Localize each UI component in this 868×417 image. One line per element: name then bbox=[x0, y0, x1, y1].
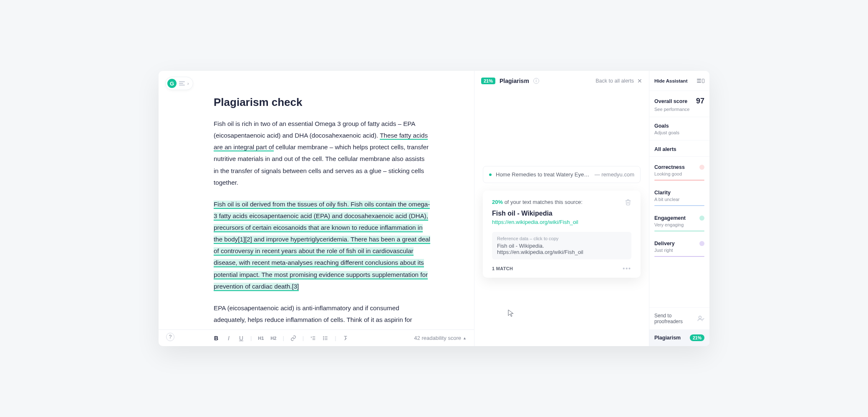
category-correctness[interactable]: Correctness Looking good bbox=[649, 159, 709, 185]
category-engagement[interactable]: Engagement Very engaging bbox=[649, 210, 709, 236]
separator: | bbox=[250, 335, 252, 341]
separator: | bbox=[303, 335, 304, 341]
cursor-icon bbox=[508, 309, 514, 317]
hide-assistant-button[interactable]: Hide Assistant bbox=[649, 71, 709, 91]
trash-icon bbox=[625, 199, 631, 206]
match-count: 1 MATCH bbox=[492, 266, 513, 271]
back-label: Back to all alerts bbox=[595, 78, 634, 84]
link-icon bbox=[290, 335, 296, 341]
svg-point-9 bbox=[699, 316, 701, 319]
reference-text: Fish oil - Wikipedia. https://en.wikiped… bbox=[497, 243, 626, 255]
match-percent-line: 20% of your text matches this source: bbox=[492, 199, 583, 205]
check-icon bbox=[699, 241, 704, 246]
collapse-panel-icon bbox=[697, 79, 704, 83]
check-icon bbox=[699, 165, 704, 170]
document-text: Fish oil is rich in two of an essential … bbox=[214, 118, 431, 326]
bold-button[interactable]: B bbox=[213, 335, 220, 342]
match-percent: 20% bbox=[492, 199, 503, 205]
alerts-header: 21% Plagiarism i Back to all alerts ✕ bbox=[474, 71, 649, 91]
plagiarism-percent-badge: 21% bbox=[481, 78, 495, 84]
grammarly-logo-icon: G bbox=[167, 79, 177, 88]
reference-label: Reference data – click to copy bbox=[497, 236, 626, 241]
hide-assistant-label: Hide Assistant bbox=[654, 78, 687, 83]
chevron-right-icon: › bbox=[187, 81, 189, 86]
bullet-list-button[interactable] bbox=[322, 335, 329, 341]
proofreader-icon bbox=[697, 315, 704, 322]
source-dot-icon bbox=[489, 173, 492, 176]
goals-label: Goals bbox=[654, 123, 704, 129]
engagement-sub: Very engaging bbox=[654, 222, 704, 227]
svg-point-8 bbox=[323, 339, 324, 339]
delete-match-button[interactable] bbox=[625, 199, 631, 206]
plagiarism-nav-label: Plagiarism bbox=[654, 335, 681, 341]
separator: | bbox=[335, 335, 336, 341]
overall-score-sub: See performance bbox=[654, 107, 704, 112]
svg-point-7 bbox=[323, 338, 324, 338]
source-item[interactable]: Home Remedies to treat Watery Eyes - R… … bbox=[483, 166, 641, 183]
h1-button[interactable]: H1 bbox=[257, 336, 264, 341]
match-source-url[interactable]: https://en.wikipedia.org/wiki/Fish_oil bbox=[492, 219, 631, 225]
check-icon bbox=[699, 216, 704, 221]
plagiarism-nav-badge: 21% bbox=[690, 334, 704, 341]
help-button[interactable]: ? bbox=[166, 333, 174, 341]
app-menu-button[interactable]: G › bbox=[165, 77, 193, 90]
para2-highlight[interactable]: Fish oil is oil derived from the tissues… bbox=[214, 201, 430, 291]
send-to-proofreaders-button[interactable]: Send to proofreaders bbox=[649, 307, 709, 329]
app-window: G › Plagiarism check Fish oil is rich in… bbox=[159, 71, 709, 346]
readability-score[interactable]: 42 readability score ▲ bbox=[414, 335, 467, 341]
alerts-body: Home Remedies to treat Watery Eyes - R… … bbox=[474, 91, 649, 346]
engagement-title: Engagement bbox=[654, 215, 686, 221]
delivery-title: Delivery bbox=[654, 241, 675, 246]
overall-score-value: 97 bbox=[696, 97, 704, 106]
document-body[interactable]: Plagiarism check Fish oil is rich in two… bbox=[159, 71, 474, 329]
correctness-title: Correctness bbox=[654, 164, 685, 170]
numbered-list-icon bbox=[310, 335, 316, 341]
info-icon[interactable]: i bbox=[533, 78, 539, 84]
match-percent-text: of your text matches this source: bbox=[503, 199, 583, 205]
category-list: Correctness Looking good Clarity A bit u… bbox=[649, 157, 709, 261]
menu-icon bbox=[179, 81, 185, 85]
clarity-title: Clarity bbox=[654, 190, 671, 196]
goals-block[interactable]: Goals Adjust goals bbox=[649, 117, 709, 141]
alerts-title: Plagiarism bbox=[500, 78, 529, 84]
category-clarity[interactable]: Clarity A bit unclear bbox=[649, 185, 709, 210]
italic-button[interactable]: I bbox=[225, 335, 232, 342]
reference-copy-box[interactable]: Reference data – click to copy Fish oil … bbox=[492, 232, 631, 259]
all-alerts-button[interactable]: All alerts bbox=[649, 141, 709, 157]
clear-format-icon bbox=[343, 335, 348, 341]
para3: EPA (eicosapentaenoic acid) is anti-infl… bbox=[214, 302, 431, 326]
alerts-pane: 21% Plagiarism i Back to all alerts ✕ Ho… bbox=[474, 71, 649, 346]
clarity-sub: A bit unclear bbox=[654, 197, 704, 202]
clear-formatting-button[interactable] bbox=[342, 335, 349, 341]
format-toolbar: B I U | H1 H2 | | | 42 readability score bbox=[159, 329, 474, 346]
category-delivery[interactable]: Delivery Just right bbox=[649, 236, 709, 261]
source-domain: — remedyu.com bbox=[595, 171, 634, 178]
separator: | bbox=[283, 335, 284, 341]
caret-up-icon: ▲ bbox=[463, 336, 467, 340]
source-title: Home Remedies to treat Watery Eyes - R… bbox=[496, 171, 590, 178]
close-icon[interactable]: ✕ bbox=[637, 78, 642, 84]
h2-button[interactable]: H2 bbox=[270, 336, 277, 341]
link-button[interactable] bbox=[290, 335, 297, 341]
delivery-sub: Just right bbox=[654, 248, 704, 253]
overall-score-label: Overall score bbox=[654, 98, 687, 104]
match-card: 20% of your text matches this source: Fi… bbox=[483, 191, 641, 278]
document-title: Plagiarism check bbox=[214, 96, 432, 109]
overall-score-block[interactable]: Overall score 97 See performance bbox=[649, 91, 709, 117]
goals-sub: Adjust goals bbox=[654, 130, 704, 135]
editor-pane: G › Plagiarism check Fish oil is rich in… bbox=[159, 71, 474, 346]
underline-button[interactable]: U bbox=[238, 335, 245, 342]
plagiarism-nav-button[interactable]: Plagiarism 21% bbox=[649, 329, 709, 346]
readability-label: 42 readability score bbox=[414, 335, 461, 341]
match-more-button[interactable]: ••• bbox=[623, 265, 631, 272]
match-source-title: Fish oil - Wikipedia bbox=[492, 210, 631, 217]
back-to-all-alerts[interactable]: Back to all alerts ✕ bbox=[595, 78, 642, 84]
numbered-list-button[interactable] bbox=[310, 335, 316, 341]
assistant-pane: Hide Assistant Overall score 97 See perf… bbox=[649, 71, 709, 346]
correctness-sub: Looking good bbox=[654, 171, 704, 176]
bullet-list-icon bbox=[323, 335, 328, 341]
svg-point-6 bbox=[323, 336, 324, 337]
proof-label: Send to proofreaders bbox=[654, 313, 694, 324]
